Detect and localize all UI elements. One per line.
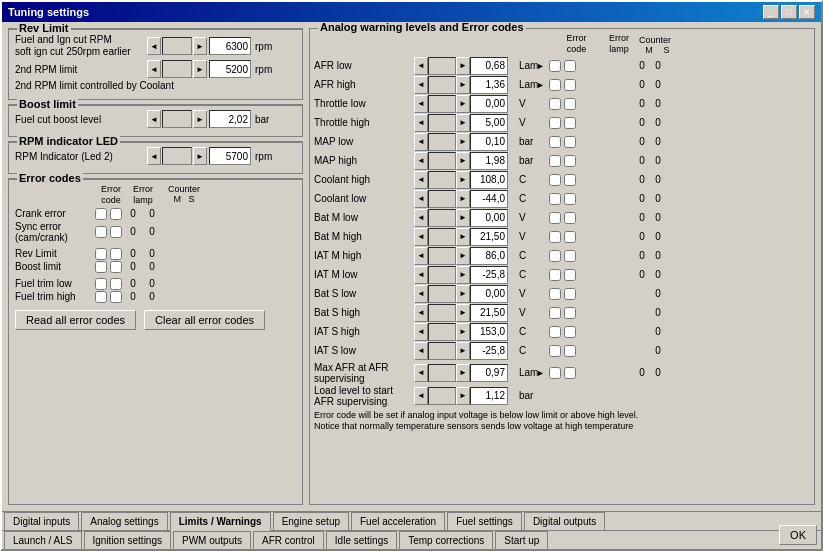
bat-m-low-ec-checkbox[interactable] <box>549 212 561 224</box>
tab-engine-setup[interactable]: Engine setup <box>273 512 349 530</box>
tab-pwm-outputs[interactable]: PWM outputs <box>173 531 251 549</box>
right-arrow[interactable]: ► <box>456 76 470 94</box>
row-value[interactable]: 0,68 <box>470 57 508 75</box>
rpm-led-value[interactable]: 5700 <box>209 147 251 165</box>
sync-error-el-checkbox[interactable] <box>110 226 122 238</box>
tab-afr-control[interactable]: AFR control <box>253 531 324 549</box>
left-arrow[interactable]: ◄ <box>414 152 428 170</box>
close-button[interactable]: ✕ <box>799 5 815 19</box>
map-low-el-checkbox[interactable] <box>564 136 576 148</box>
tab-fuel-settings[interactable]: Fuel settings <box>447 512 522 530</box>
map-low-ec-checkbox[interactable] <box>549 136 561 148</box>
tab-temp-corrections[interactable]: Temp corrections <box>399 531 493 549</box>
bat-m-high-ec-checkbox[interactable] <box>549 231 561 243</box>
right-arrow[interactable]: ► <box>456 342 470 360</box>
right-arrow[interactable]: ► <box>456 114 470 132</box>
iat-s-low-el-checkbox[interactable] <box>564 345 576 357</box>
coolant-high-ec-checkbox[interactable] <box>549 174 561 186</box>
afr-high-el-checkbox[interactable] <box>564 79 576 91</box>
right-arrow[interactable]: ► <box>456 152 470 170</box>
rev-field1-right-arrow[interactable]: ► <box>193 37 207 55</box>
row-value[interactable]: 5,00 <box>470 114 508 132</box>
left-arrow[interactable]: ◄ <box>414 364 428 382</box>
left-arrow[interactable]: ◄ <box>414 133 428 151</box>
iat-m-low-el-checkbox[interactable] <box>564 269 576 281</box>
tab-start-up[interactable]: Start up <box>495 531 548 549</box>
left-arrow[interactable]: ◄ <box>414 387 428 405</box>
tab-ignition-settings[interactable]: Ignition settings <box>84 531 172 549</box>
rev-field2-right-arrow[interactable]: ► <box>193 60 207 78</box>
afr-sup-el-checkbox[interactable] <box>564 367 576 379</box>
coolant-low-el-checkbox[interactable] <box>564 193 576 205</box>
rpm-led-left-arrow[interactable]: ◄ <box>147 147 161 165</box>
boost-field1-left-arrow[interactable]: ◄ <box>147 110 161 128</box>
left-arrow[interactable]: ◄ <box>414 285 428 303</box>
left-arrow[interactable]: ◄ <box>414 228 428 246</box>
right-arrow[interactable]: ► <box>456 171 470 189</box>
ok-button[interactable]: OK <box>779 525 817 545</box>
clear-error-codes-button[interactable]: Clear all error codes <box>144 310 265 330</box>
left-arrow[interactable]: ◄ <box>414 76 428 94</box>
boost-limit-ec-checkbox[interactable] <box>95 261 107 273</box>
fuel-trim-low-el-checkbox[interactable] <box>110 278 122 290</box>
rev-field2-left-arrow[interactable]: ◄ <box>147 60 161 78</box>
row-value[interactable]: 0,00 <box>470 285 508 303</box>
throttle-high-el-checkbox[interactable] <box>564 117 576 129</box>
rev-field1-value[interactable]: 6300 <box>209 37 251 55</box>
rev-limit-el-checkbox[interactable] <box>110 248 122 260</box>
row-value[interactable]: -25,8 <box>470 342 508 360</box>
sync-error-ec-checkbox[interactable] <box>95 226 107 238</box>
right-arrow[interactable]: ► <box>456 133 470 151</box>
afr-load-value[interactable]: 1,12 <box>470 387 508 405</box>
coolant-high-el-checkbox[interactable] <box>564 174 576 186</box>
rpm-led-right-arrow[interactable]: ► <box>193 147 207 165</box>
row-value[interactable]: 21,50 <box>470 304 508 322</box>
iat-m-high-ec-checkbox[interactable] <box>549 250 561 262</box>
row-value[interactable]: 108,0 <box>470 171 508 189</box>
tab-digital-outputs[interactable]: Digital outputs <box>524 512 605 530</box>
throttle-high-ec-checkbox[interactable] <box>549 117 561 129</box>
read-error-codes-button[interactable]: Read all error codes <box>15 310 136 330</box>
bat-s-low-el-checkbox[interactable] <box>564 288 576 300</box>
bat-s-high-ec-checkbox[interactable] <box>549 307 561 319</box>
tab-digital-inputs[interactable]: Digital inputs <box>4 512 79 530</box>
afr-low-ec-checkbox[interactable] <box>549 60 561 72</box>
crank-error-ec-checkbox[interactable] <box>95 208 107 220</box>
left-arrow[interactable]: ◄ <box>414 209 428 227</box>
right-arrow[interactable]: ► <box>456 285 470 303</box>
fuel-trim-low-ec-checkbox[interactable] <box>95 278 107 290</box>
right-arrow[interactable]: ► <box>456 228 470 246</box>
row-value[interactable]: 0,00 <box>470 95 508 113</box>
left-arrow[interactable]: ◄ <box>414 171 428 189</box>
left-arrow[interactable]: ◄ <box>414 114 428 132</box>
left-arrow[interactable]: ◄ <box>414 266 428 284</box>
left-arrow[interactable]: ◄ <box>414 247 428 265</box>
tab-launch-als[interactable]: Launch / ALS <box>4 531 82 549</box>
right-arrow[interactable]: ► <box>456 266 470 284</box>
left-arrow[interactable]: ◄ <box>414 95 428 113</box>
tab-fuel-acceleration[interactable]: Fuel acceleration <box>351 512 445 530</box>
bat-m-high-el-checkbox[interactable] <box>564 231 576 243</box>
tab-limits-warnings[interactable]: Limits / Warnings <box>170 512 271 531</box>
afr-high-ec-checkbox[interactable] <box>549 79 561 91</box>
map-high-ec-checkbox[interactable] <box>549 155 561 167</box>
right-arrow[interactable]: ► <box>456 323 470 341</box>
afr-low-el-checkbox[interactable] <box>564 60 576 72</box>
bat-s-low-ec-checkbox[interactable] <box>549 288 561 300</box>
maximize-button[interactable]: □ <box>781 5 797 19</box>
right-arrow[interactable]: ► <box>456 190 470 208</box>
row-value[interactable]: 1,36 <box>470 76 508 94</box>
iat-s-low-ec-checkbox[interactable] <box>549 345 561 357</box>
row-value[interactable]: 21,50 <box>470 228 508 246</box>
left-arrow[interactable]: ◄ <box>414 304 428 322</box>
bat-m-low-el-checkbox[interactable] <box>564 212 576 224</box>
right-arrow[interactable]: ► <box>456 364 470 382</box>
boost-limit-el-checkbox[interactable] <box>110 261 122 273</box>
iat-m-low-ec-checkbox[interactable] <box>549 269 561 281</box>
fuel-trim-high-el-checkbox[interactable] <box>110 291 122 303</box>
iat-m-high-el-checkbox[interactable] <box>564 250 576 262</box>
row-value[interactable]: 86,0 <box>470 247 508 265</box>
left-arrow[interactable]: ◄ <box>414 323 428 341</box>
minimize-button[interactable]: _ <box>763 5 779 19</box>
boost-field1-value[interactable]: 2,02 <box>209 110 251 128</box>
